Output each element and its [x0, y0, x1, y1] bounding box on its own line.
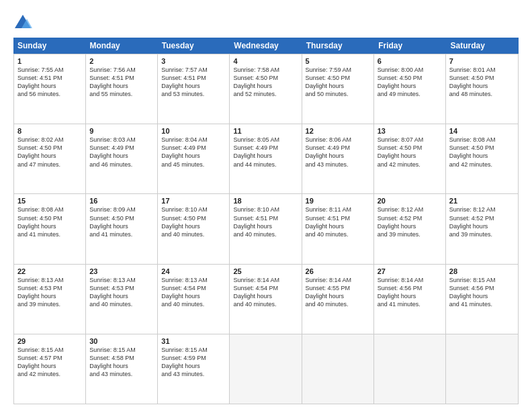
- day-number: 25: [233, 267, 298, 275]
- header-day-tuesday: Tuesday: [158, 38, 230, 54]
- day-number: 8: [17, 127, 82, 135]
- day-number: 13: [378, 127, 442, 135]
- calendar-row-2: 8 Sunrise: 8:02 AMSunset: 4:50 PMDayligh…: [14, 124, 518, 193]
- header-day-sunday: Sunday: [13, 38, 85, 54]
- day-number: 5: [306, 57, 370, 65]
- day-number: 16: [89, 197, 154, 205]
- day-cell-30: 30 Sunrise: 8:15 AMSunset: 4:58 PMDaylig…: [86, 334, 158, 404]
- cell-info: Sunrise: 8:15 AMSunset: 4:59 PMDaylight …: [161, 346, 226, 379]
- day-number: 28: [449, 267, 515, 275]
- cell-info: Sunrise: 8:08 AMSunset: 4:50 PMDaylight …: [17, 205, 82, 238]
- day-cell-11: 11 Sunrise: 8:05 AMSunset: 4:49 PMDaylig…: [230, 124, 302, 193]
- day-cell-16: 16 Sunrise: 8:09 AMSunset: 4:50 PMDaylig…: [86, 194, 158, 263]
- day-cell-19: 19 Sunrise: 8:11 AMSunset: 4:51 PMDaylig…: [302, 194, 374, 263]
- calendar-row-1: 1 Sunrise: 7:55 AMSunset: 4:51 PMDayligh…: [14, 54, 518, 124]
- calendar-row-5: 29 Sunrise: 8:15 AMSunset: 4:57 PMDaylig…: [14, 334, 518, 404]
- cell-info: Sunrise: 8:10 AMSunset: 4:50 PMDaylight …: [161, 205, 226, 238]
- day-number: 31: [161, 337, 226, 345]
- cell-info: Sunrise: 8:14 AMSunset: 4:56 PMDaylight …: [378, 276, 442, 309]
- day-number: 30: [89, 337, 154, 345]
- day-number: 9: [89, 127, 154, 135]
- cell-info: Sunrise: 8:10 AMSunset: 4:51 PMDaylight …: [233, 205, 298, 238]
- day-number: 27: [378, 267, 442, 275]
- empty-cell: [302, 334, 374, 404]
- calendar-header: SundayMondayTuesdayWednesdayThursdayFrid…: [13, 38, 519, 54]
- logo-icon: [13, 13, 32, 32]
- day-number: 22: [17, 267, 82, 275]
- cell-info: Sunrise: 7:55 AMSunset: 4:51 PMDaylight …: [17, 66, 82, 99]
- cell-info: Sunrise: 8:08 AMSunset: 4:50 PMDaylight …: [449, 136, 515, 169]
- cell-info: Sunrise: 7:58 AMSunset: 4:50 PMDaylight …: [233, 66, 298, 99]
- header: [13, 11, 519, 32]
- day-number: 15: [17, 197, 82, 205]
- calendar-body: 1 Sunrise: 7:55 AMSunset: 4:51 PMDayligh…: [13, 54, 519, 404]
- day-cell-17: 17 Sunrise: 8:10 AMSunset: 4:50 PMDaylig…: [158, 194, 230, 263]
- cell-info: Sunrise: 8:13 AMSunset: 4:53 PMDaylight …: [89, 276, 154, 309]
- day-number: 2: [89, 57, 154, 65]
- logo: [13, 13, 35, 32]
- day-number: 18: [233, 197, 298, 205]
- cell-info: Sunrise: 7:56 AMSunset: 4:51 PMDaylight …: [89, 66, 154, 99]
- day-cell-4: 4 Sunrise: 7:58 AMSunset: 4:50 PMDayligh…: [230, 54, 302, 124]
- cell-info: Sunrise: 8:03 AMSunset: 4:49 PMDaylight …: [89, 136, 154, 169]
- day-cell-14: 14 Sunrise: 8:08 AMSunset: 4:50 PMDaylig…: [446, 124, 518, 193]
- day-cell-2: 2 Sunrise: 7:56 AMSunset: 4:51 PMDayligh…: [86, 54, 158, 124]
- day-number: 14: [449, 127, 515, 135]
- day-number: 20: [378, 197, 442, 205]
- day-cell-12: 12 Sunrise: 8:06 AMSunset: 4:49 PMDaylig…: [302, 124, 374, 193]
- empty-cell: [230, 334, 302, 404]
- day-number: 1: [17, 57, 82, 65]
- empty-cell: [374, 334, 446, 404]
- day-cell-22: 22 Sunrise: 8:13 AMSunset: 4:53 PMDaylig…: [14, 265, 86, 334]
- cell-info: Sunrise: 8:14 AMSunset: 4:55 PMDaylight …: [306, 276, 370, 309]
- day-cell-26: 26 Sunrise: 8:14 AMSunset: 4:55 PMDaylig…: [302, 265, 374, 334]
- day-cell-23: 23 Sunrise: 8:13 AMSunset: 4:53 PMDaylig…: [86, 265, 158, 334]
- day-number: 6: [378, 57, 442, 65]
- cell-info: Sunrise: 8:15 AMSunset: 4:57 PMDaylight …: [17, 346, 82, 379]
- calendar: SundayMondayTuesdayWednesdayThursdayFrid…: [13, 38, 519, 404]
- day-cell-3: 3 Sunrise: 7:57 AMSunset: 4:51 PMDayligh…: [158, 54, 230, 124]
- header-day-wednesday: Wednesday: [230, 38, 302, 54]
- day-cell-7: 7 Sunrise: 8:01 AMSunset: 4:50 PMDayligh…: [446, 54, 518, 124]
- cell-info: Sunrise: 8:13 AMSunset: 4:54 PMDaylight …: [161, 276, 226, 309]
- header-day-monday: Monday: [85, 38, 157, 54]
- header-day-saturday: Saturday: [447, 38, 519, 54]
- day-number: 21: [449, 197, 515, 205]
- day-number: 10: [161, 127, 226, 135]
- cell-info: Sunrise: 8:12 AMSunset: 4:52 PMDaylight …: [378, 205, 442, 238]
- day-cell-27: 27 Sunrise: 8:14 AMSunset: 4:56 PMDaylig…: [374, 265, 446, 334]
- day-number: 29: [17, 337, 82, 345]
- day-cell-18: 18 Sunrise: 8:10 AMSunset: 4:51 PMDaylig…: [230, 194, 302, 263]
- day-number: 19: [306, 197, 370, 205]
- day-number: 4: [233, 57, 298, 65]
- header-day-friday: Friday: [374, 38, 446, 54]
- day-cell-9: 9 Sunrise: 8:03 AMSunset: 4:49 PMDayligh…: [86, 124, 158, 193]
- cell-info: Sunrise: 8:05 AMSunset: 4:49 PMDaylight …: [233, 136, 298, 169]
- calendar-row-3: 15 Sunrise: 8:08 AMSunset: 4:50 PMDaylig…: [14, 193, 518, 263]
- day-number: 24: [161, 267, 226, 275]
- cell-info: Sunrise: 8:06 AMSunset: 4:49 PMDaylight …: [306, 136, 370, 169]
- day-number: 7: [449, 57, 515, 65]
- header-day-thursday: Thursday: [302, 38, 374, 54]
- cell-info: Sunrise: 7:59 AMSunset: 4:50 PMDaylight …: [306, 66, 370, 99]
- cell-info: Sunrise: 8:15 AMSunset: 4:56 PMDaylight …: [449, 276, 515, 309]
- day-cell-24: 24 Sunrise: 8:13 AMSunset: 4:54 PMDaylig…: [158, 265, 230, 334]
- cell-info: Sunrise: 8:15 AMSunset: 4:58 PMDaylight …: [89, 346, 154, 379]
- cell-info: Sunrise: 8:07 AMSunset: 4:50 PMDaylight …: [378, 136, 442, 169]
- cell-info: Sunrise: 8:12 AMSunset: 4:52 PMDaylight …: [449, 205, 515, 238]
- day-cell-6: 6 Sunrise: 8:00 AMSunset: 4:50 PMDayligh…: [374, 54, 446, 124]
- day-cell-29: 29 Sunrise: 8:15 AMSunset: 4:57 PMDaylig…: [14, 334, 86, 404]
- day-number: 3: [161, 57, 226, 65]
- day-number: 17: [161, 197, 226, 205]
- page: SundayMondayTuesdayWednesdayThursdayFrid…: [0, 0, 532, 411]
- day-cell-13: 13 Sunrise: 8:07 AMSunset: 4:50 PMDaylig…: [374, 124, 446, 193]
- cell-info: Sunrise: 7:57 AMSunset: 4:51 PMDaylight …: [161, 66, 226, 99]
- day-number: 12: [306, 127, 370, 135]
- day-cell-31: 31 Sunrise: 8:15 AMSunset: 4:59 PMDaylig…: [158, 334, 230, 404]
- cell-info: Sunrise: 8:02 AMSunset: 4:50 PMDaylight …: [17, 136, 82, 169]
- day-cell-28: 28 Sunrise: 8:15 AMSunset: 4:56 PMDaylig…: [446, 265, 518, 334]
- cell-info: Sunrise: 8:13 AMSunset: 4:53 PMDaylight …: [17, 276, 82, 309]
- cell-info: Sunrise: 8:00 AMSunset: 4:50 PMDaylight …: [378, 66, 442, 99]
- calendar-row-4: 22 Sunrise: 8:13 AMSunset: 4:53 PMDaylig…: [14, 264, 518, 334]
- cell-info: Sunrise: 8:11 AMSunset: 4:51 PMDaylight …: [306, 205, 370, 238]
